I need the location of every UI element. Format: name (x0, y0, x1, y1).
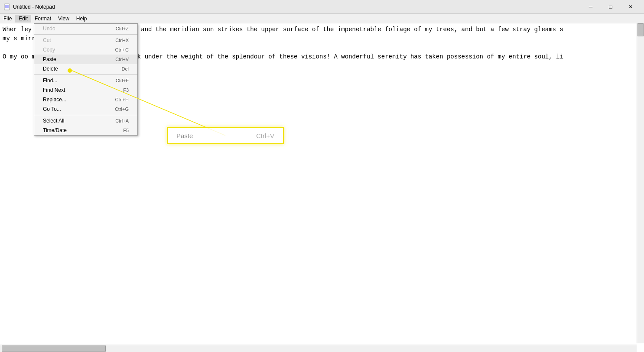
menu-item-time-date[interactable]: Time/Date F5 (34, 126, 137, 135)
copy-label: Copy (43, 47, 55, 53)
maximize-button[interactable]: □ (601, 0, 621, 14)
close-button[interactable]: ✕ (621, 0, 641, 14)
time-date-label: Time/Date (43, 127, 67, 133)
separator-3 (34, 115, 137, 115)
menu-item-paste[interactable]: Paste Ctrl+V (34, 55, 137, 64)
select-all-shortcut: Ctrl+A (115, 118, 129, 123)
goto-label: Go To... (43, 106, 61, 112)
copy-shortcut: Ctrl+C (115, 47, 129, 52)
menu-item-undo[interactable]: Undo Ctrl+Z (34, 24, 137, 33)
replace-shortcut: Ctrl+H (115, 97, 129, 102)
cut-shortcut: Ctrl+X (115, 38, 129, 43)
paste-shortcut-menu: Ctrl+V (115, 57, 129, 62)
menu-help[interactable]: Help (73, 15, 91, 23)
notepad-icon (3, 3, 10, 10)
replace-label: Replace... (43, 97, 66, 103)
cut-label: Cut (43, 37, 51, 43)
menu-item-cut[interactable]: Cut Ctrl+X (34, 36, 137, 45)
delete-label: Delete (43, 66, 58, 72)
menu-item-find[interactable]: Find... Ctrl+F (34, 76, 137, 85)
find-next-shortcut: F3 (123, 87, 129, 93)
paste-callout: Paste Ctrl+V (167, 127, 284, 144)
vertical-scrollbar[interactable] (637, 23, 644, 343)
scrollbar-thumb-h[interactable] (2, 346, 106, 352)
menu-item-find-next[interactable]: Find Next F3 (34, 85, 137, 95)
menu-edit[interactable]: Edit (15, 15, 31, 23)
undo-label: Undo (43, 26, 55, 32)
time-date-shortcut: F5 (123, 128, 129, 133)
title-bar: Untitled - Notepad ─ □ ✕ (0, 0, 644, 14)
window-title: Untitled - Notepad (13, 4, 581, 10)
delete-shortcut: Del (121, 66, 129, 71)
separator-1 (34, 34, 137, 35)
paste-indicator-dot (68, 68, 72, 73)
menu-file[interactable]: File (0, 15, 15, 23)
scrollbar-thumb-v[interactable] (637, 23, 644, 36)
window-controls: ─ □ ✕ (581, 0, 641, 14)
undo-shortcut: Ctrl+Z (116, 26, 129, 31)
menu-item-goto[interactable]: Go To... Ctrl+G (34, 104, 137, 114)
menu-view[interactable]: View (55, 15, 73, 23)
menu-item-replace[interactable]: Replace... Ctrl+H (34, 95, 137, 104)
paste-label-menu: Paste (43, 56, 56, 62)
find-label: Find... (43, 78, 57, 84)
menu-item-delete[interactable]: Delete Del (34, 64, 137, 74)
menu-bar: File Edit Format View Help (0, 14, 644, 23)
select-all-label: Select All (43, 118, 64, 124)
find-shortcut: Ctrl+F (116, 78, 129, 83)
menu-item-select-all[interactable]: Select All Ctrl+A (34, 116, 137, 126)
find-next-label: Find Next (43, 87, 65, 93)
paste-callout-shortcut: Ctrl+V (256, 132, 274, 139)
goto-shortcut: Ctrl+G (115, 107, 129, 112)
menu-item-copy[interactable]: Copy Ctrl+C (34, 45, 137, 55)
edit-context-menu: Undo Ctrl+Z Cut Ctrl+X Copy Ctrl+C Paste… (34, 23, 138, 136)
paste-callout-label: Paste (176, 132, 193, 139)
horizontal-scrollbar[interactable] (0, 345, 637, 352)
separator-2 (34, 74, 137, 75)
minimize-button[interactable]: ─ (581, 0, 601, 14)
menu-format[interactable]: Format (31, 15, 55, 23)
